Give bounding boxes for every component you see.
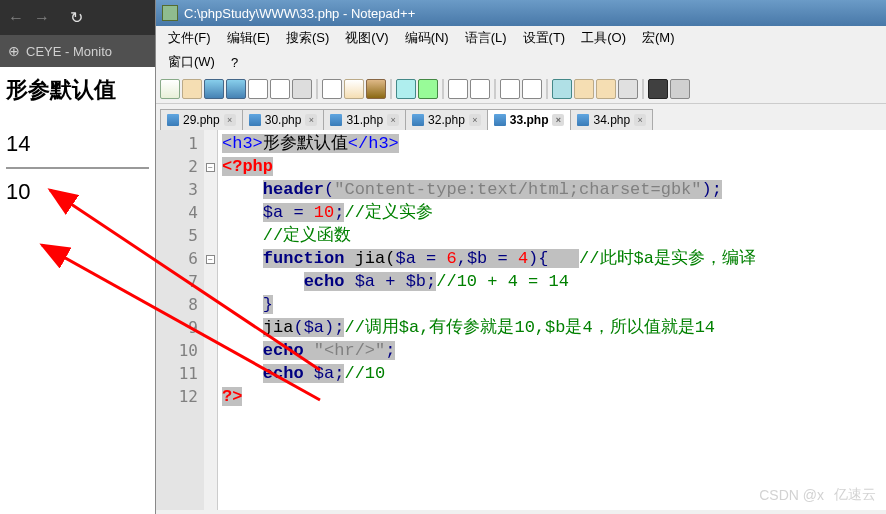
line-numbers: 1 2 3 4 5 6 7 8 9 10 11 12 xyxy=(156,130,204,510)
toolbar-separator xyxy=(642,79,644,99)
menu-tools[interactable]: 工具(O) xyxy=(573,27,634,49)
fold-toggle-icon[interactable]: − xyxy=(206,255,215,264)
browser-nav-bar: ← → ↻ xyxy=(0,0,155,35)
toolbar-separator xyxy=(390,79,392,99)
window-title: C:\phpStudy\WWW\33.php - Notepad++ xyxy=(184,6,415,21)
editor-area[interactable]: 1 2 3 4 5 6 7 8 9 10 11 12 − − <h3>形参默认值… xyxy=(156,130,886,510)
browser-panel: ← → ↻ ⊕ CEYE - Monito 形参默认值 14 10 xyxy=(0,0,155,514)
menu-search[interactable]: 搜索(S) xyxy=(278,27,337,49)
tab-close-icon[interactable]: × xyxy=(552,114,564,126)
forward-icon[interactable]: → xyxy=(34,9,50,27)
menu-macro[interactable]: 宏(M) xyxy=(634,27,683,49)
code-content[interactable]: <h3>形参默认值</h3> <?php header("Content-typ… xyxy=(218,130,886,510)
file-tab-active[interactable]: 33.php× xyxy=(487,109,572,130)
file-tabs: 29.php× 30.php× 31.php× 32.php× 33.php× … xyxy=(156,104,886,130)
browser-tab-title: CEYE - Monito xyxy=(26,44,112,59)
toolbar-separator xyxy=(546,79,548,99)
menu-language[interactable]: 语言(L) xyxy=(457,27,515,49)
toolbar-separator xyxy=(316,79,318,99)
menu-file[interactable]: 文件(F) xyxy=(160,27,219,49)
fold-gutter: − − xyxy=(204,130,218,510)
find-icon[interactable] xyxy=(448,79,468,99)
close-all-icon[interactable] xyxy=(270,79,290,99)
page-heading: 形参默认值 xyxy=(6,75,149,105)
replace-icon[interactable] xyxy=(470,79,490,99)
back-icon[interactable]: ← xyxy=(8,9,24,27)
paste-icon[interactable] xyxy=(366,79,386,99)
output-value-2: 10 xyxy=(6,173,149,211)
browser-tab[interactable]: ⊕ CEYE - Monito xyxy=(0,35,155,67)
toolbar xyxy=(156,74,886,104)
zoom-out-icon[interactable] xyxy=(522,79,542,99)
indent-guide-icon[interactable] xyxy=(618,79,638,99)
fold-toggle-icon[interactable]: − xyxy=(206,163,215,172)
menu-window[interactable]: 窗口(W) xyxy=(160,51,223,73)
app-icon xyxy=(162,5,178,21)
disk-icon xyxy=(167,114,179,126)
tab-close-icon[interactable]: × xyxy=(387,114,399,126)
disk-icon xyxy=(249,114,261,126)
tab-close-icon[interactable]: × xyxy=(469,114,481,126)
save-icon[interactable] xyxy=(204,79,224,99)
notepad-window: C:\phpStudy\WWW\33.php - Notepad++ 文件(F)… xyxy=(155,0,886,514)
file-tab[interactable]: 31.php× xyxy=(323,109,406,130)
file-tab[interactable]: 30.php× xyxy=(242,109,325,130)
disk-icon xyxy=(330,114,342,126)
menu-bar-2: 窗口(W) ? xyxy=(156,50,886,74)
tab-close-icon[interactable]: × xyxy=(305,114,317,126)
cut-icon[interactable] xyxy=(322,79,342,99)
tab-close-icon[interactable]: × xyxy=(224,114,236,126)
watermark: CSDN @x 亿速云 xyxy=(759,486,876,504)
file-tab[interactable]: 34.php× xyxy=(570,109,653,130)
doc-map-icon[interactable] xyxy=(670,79,690,99)
close-icon[interactable] xyxy=(248,79,268,99)
disk-icon xyxy=(577,114,589,126)
menu-bar: 文件(F) 编辑(E) 搜索(S) 视图(V) 编码(N) 语言(L) 设置(T… xyxy=(156,26,886,50)
tab-close-icon[interactable]: × xyxy=(634,114,646,126)
disk-icon xyxy=(494,114,506,126)
file-tab[interactable]: 29.php× xyxy=(160,109,243,130)
output-value-1: 14 xyxy=(6,125,149,163)
file-tab[interactable]: 32.php× xyxy=(405,109,488,130)
browser-viewport: 形参默认值 14 10 xyxy=(0,67,155,219)
show-symbols-icon[interactable] xyxy=(596,79,616,99)
menu-help[interactable]: ? xyxy=(223,53,246,72)
watermark-logo: 亿速云 xyxy=(834,486,876,504)
new-file-icon[interactable] xyxy=(160,79,180,99)
redo-icon[interactable] xyxy=(418,79,438,99)
toolbar-separator xyxy=(442,79,444,99)
globe-icon: ⊕ xyxy=(8,43,20,59)
watermark-csdn: CSDN @x xyxy=(759,487,824,503)
zoom-in-icon[interactable] xyxy=(500,79,520,99)
menu-encoding[interactable]: 编码(N) xyxy=(397,27,457,49)
word-wrap-icon[interactable] xyxy=(574,79,594,99)
undo-icon[interactable] xyxy=(396,79,416,99)
save-all-icon[interactable] xyxy=(226,79,246,99)
separator xyxy=(6,167,149,169)
toolbar-separator xyxy=(494,79,496,99)
disk-icon xyxy=(412,114,424,126)
copy-icon[interactable] xyxy=(344,79,364,99)
menu-settings[interactable]: 设置(T) xyxy=(515,27,574,49)
refresh-icon[interactable]: ↻ xyxy=(70,8,83,27)
print-icon[interactable] xyxy=(292,79,312,99)
menu-edit[interactable]: 编辑(E) xyxy=(219,27,278,49)
menu-view[interactable]: 视图(V) xyxy=(337,27,396,49)
sync-scroll-icon[interactable] xyxy=(552,79,572,99)
open-file-icon[interactable] xyxy=(182,79,202,99)
window-titlebar[interactable]: C:\phpStudy\WWW\33.php - Notepad++ xyxy=(156,0,886,26)
function-list-icon[interactable] xyxy=(648,79,668,99)
